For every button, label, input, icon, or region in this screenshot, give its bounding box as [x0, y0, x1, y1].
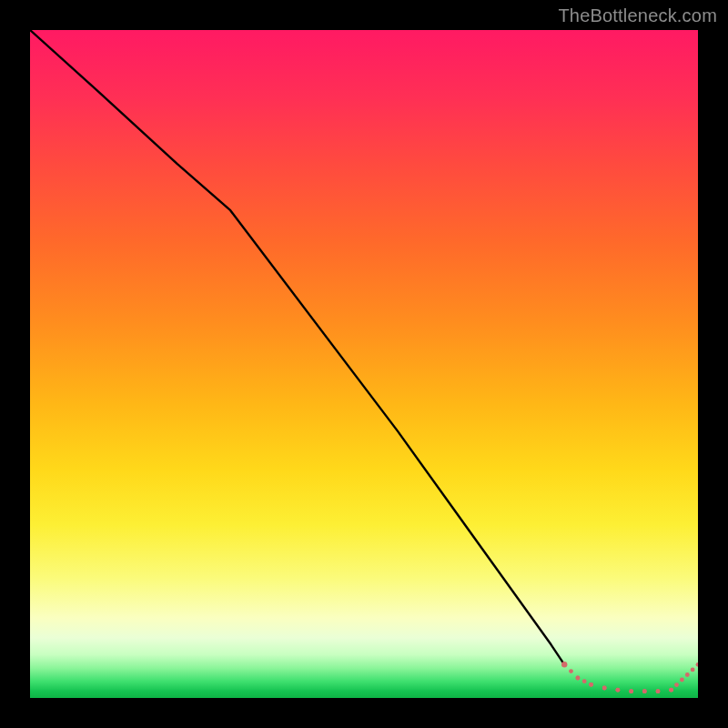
watermark-text: TheBottleneck.com	[558, 5, 717, 26]
plot-area	[30, 30, 698, 698]
svg-point-14	[642, 689, 647, 693]
svg-point-16	[656, 689, 661, 693]
curve-layer	[30, 30, 698, 698]
chart-stage: TheBottleneck.com	[0, 0, 728, 728]
svg-point-4	[582, 679, 587, 683]
svg-point-20	[680, 678, 684, 682]
svg-point-3	[576, 676, 581, 681]
svg-point-22	[691, 668, 695, 672]
svg-point-18	[669, 688, 673, 693]
svg-point-1	[569, 669, 573, 673]
svg-point-24	[561, 662, 567, 667]
svg-point-12	[629, 689, 633, 693]
svg-point-8	[602, 686, 607, 691]
svg-point-21	[685, 672, 690, 677]
bottleneck-curve-dotted	[561, 662, 698, 693]
svg-point-6	[589, 682, 593, 687]
bottleneck-curve-solid	[30, 30, 564, 664]
svg-point-19	[674, 682, 679, 687]
svg-point-10	[616, 688, 621, 693]
svg-point-23	[696, 662, 698, 667]
